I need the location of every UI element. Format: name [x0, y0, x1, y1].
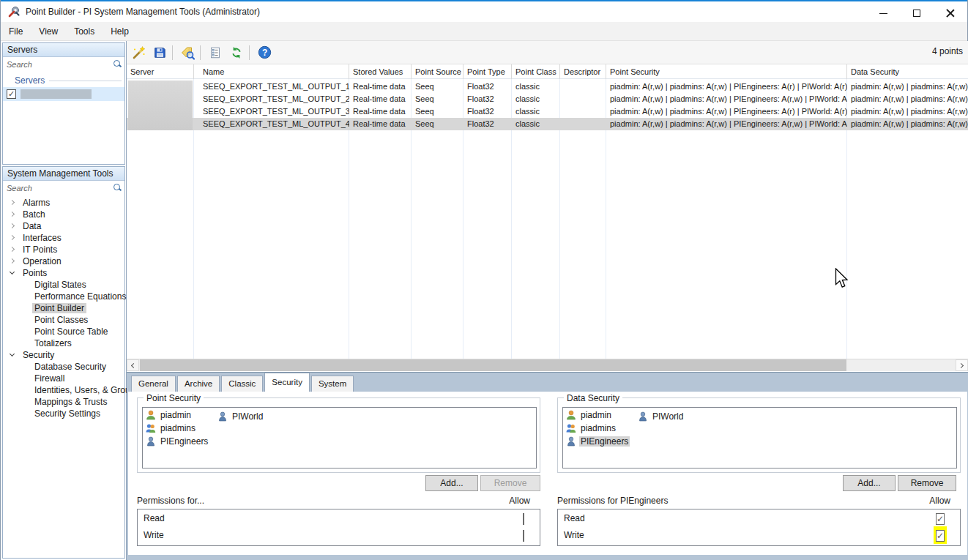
tree-item-digital-states[interactable]: Digital States [3, 279, 124, 291]
tree-item-batch[interactable]: Batch [3, 209, 124, 220]
data-security-add-button[interactable]: Add... [843, 475, 896, 491]
cell-stored-values: Real-time data [349, 81, 412, 93]
title-bar: Point Builder - PI System Management Too… [1, 0, 967, 22]
column-header-stored-values[interactable]: Stored Values [349, 64, 412, 79]
data-security-member-list[interactable]: piadmin piadmins PIEngineers PIWorl [562, 407, 957, 468]
write-allow-checkbox[interactable] [523, 530, 524, 542]
point-security-member-list[interactable]: piadmin piadmins PIEngineers PIWorl [142, 407, 537, 468]
member-piadmin[interactable]: piadmin [566, 408, 956, 421]
user-icon [566, 410, 576, 420]
tree-item-firewall[interactable]: Firewall [3, 373, 124, 384]
find-tag-button[interactable] [178, 44, 197, 61]
chevron-right-icon[interactable] [10, 212, 15, 217]
maximize-button[interactable] [900, 3, 934, 23]
allow-label: Allow [929, 496, 950, 507]
tab-system[interactable]: System [311, 376, 354, 392]
tab-archive[interactable]: Archive [177, 376, 220, 392]
column-header-server[interactable]: Server [127, 64, 194, 79]
data-security-remove-button[interactable]: Remove [898, 475, 956, 491]
menu-file[interactable]: File [1, 23, 31, 40]
server-list-item[interactable] [3, 87, 124, 101]
scrollbar-thumb[interactable] [140, 359, 846, 371]
cell-data-security: piadmin: A(r,w) | piadmins: A(r,w) [847, 93, 968, 105]
close-icon [946, 9, 955, 18]
member-piadmin[interactable]: piadmin [146, 408, 536, 421]
member-piworld[interactable]: PIWorld [638, 410, 685, 422]
tree-item-point-source-table[interactable]: Point Source Table [3, 326, 124, 337]
chevron-right-icon[interactable] [10, 235, 15, 240]
horizontal-scrollbar[interactable] [127, 359, 968, 371]
new-point-wand-button[interactable] [129, 44, 148, 61]
close-button[interactable] [934, 3, 967, 23]
tree-item-totalizers[interactable]: Totalizers [3, 337, 124, 349]
member-piengineers[interactable]: PIEngineers [146, 435, 536, 447]
chevron-right-icon[interactable] [10, 258, 15, 264]
tab-classic[interactable]: Classic [221, 376, 263, 392]
menu-view[interactable]: View [31, 23, 66, 40]
point-security-title: Point Security [144, 393, 204, 403]
tree-item-operation[interactable]: Operation [3, 255, 124, 267]
write-allow-checkbox[interactable] [936, 530, 945, 542]
tree-item-points[interactable]: Points [3, 267, 124, 279]
toolbar: ? 4 points [127, 41, 968, 64]
scroll-left-button[interactable] [127, 359, 139, 371]
data-security-permissions-header: Permissions for PIEngineers Allow [557, 496, 961, 507]
member-piadmins[interactable]: piadmins [566, 422, 956, 434]
column-header-point-security[interactable]: Point Security [606, 64, 847, 79]
column-header-point-type[interactable]: Point Type [463, 64, 512, 79]
cell-name: SEEQ_EXPORT_TEST_ML_OUTPUT_4 [194, 118, 349, 130]
column-header-point-source[interactable]: Point Source [412, 64, 463, 79]
servers-search-input[interactable] [3, 58, 124, 71]
table-row[interactable]: SEEQ_EXPORT_TEST_ML_OUTPUT_1 Real-time d… [127, 81, 968, 93]
table-row-selected[interactable]: SEEQ_EXPORT_TEST_ML_OUTPUT_4 Real-time d… [127, 118, 968, 130]
cell-point-class: classic [512, 105, 560, 118]
smt-search-input[interactable] [3, 182, 124, 195]
chevron-right-icon[interactable] [10, 200, 15, 205]
tree-item-security[interactable]: Security [3, 349, 124, 361]
read-allow-checkbox[interactable] [523, 513, 524, 525]
tab-security[interactable]: Security [264, 373, 310, 392]
column-header-descriptor[interactable]: Descriptor [560, 64, 606, 79]
cell-point-security: piadmin: A(r,w) | piadmins: A(r,w) | PIE… [606, 105, 847, 118]
tree-item-data[interactable]: Data [3, 220, 124, 232]
menu-help[interactable]: Help [103, 23, 137, 40]
column-header-data-security[interactable]: Data Security [847, 64, 968, 79]
chevron-down-icon[interactable] [10, 269, 15, 275]
properties-list-button[interactable] [206, 44, 225, 61]
tree-item-security-settings[interactable]: Security Settings [3, 408, 124, 419]
tree-item-point-classes[interactable]: Point Classes [3, 314, 124, 326]
tree-item-alarms[interactable]: Alarms [3, 197, 124, 209]
tree-item-identities-users-groups[interactable]: Identities, Users, & Groups [3, 384, 124, 396]
chevron-right-icon[interactable] [10, 223, 15, 228]
member-piengineers-selected[interactable]: PIEngineers [566, 435, 956, 447]
grid-header: Server Name Stored Values Point Source P… [127, 64, 968, 79]
point-security-add-button[interactable]: Add... [425, 475, 478, 491]
tree-item-interfaces[interactable]: Interfaces [3, 232, 124, 244]
tree-item-mappings-trusts[interactable]: Mappings & Trusts [3, 396, 124, 408]
chevron-down-icon[interactable] [10, 351, 15, 356]
refresh-button[interactable] [227, 44, 246, 61]
tree-item-database-security[interactable]: Database Security [3, 361, 124, 373]
table-row[interactable]: SEEQ_EXPORT_TEST_ML_OUTPUT_2 Real-time d… [127, 93, 968, 105]
tree-item-it-points[interactable]: IT Points [3, 244, 124, 255]
servers-panel-title: Servers [3, 43, 124, 57]
table-row[interactable]: SEEQ_EXPORT_TEST_ML_OUTPUT_3 Real-time d… [127, 105, 968, 118]
server-checkbox[interactable] [7, 89, 16, 99]
help-button[interactable]: ? [255, 44, 274, 61]
app-window: Point Builder - PI System Management Too… [0, 0, 968, 560]
menu-tools[interactable]: Tools [66, 23, 103, 40]
column-header-point-class[interactable]: Point Class [512, 64, 560, 79]
member-piworld[interactable]: PIWorld [217, 410, 264, 422]
scroll-right-button[interactable] [956, 359, 968, 371]
tab-general[interactable]: General [131, 376, 176, 392]
read-allow-checkbox[interactable] [936, 513, 945, 525]
tree-item-performance-equations[interactable]: Performance Equations [3, 291, 124, 302]
permission-row-write: Write [558, 526, 960, 543]
column-header-name[interactable]: Name [194, 64, 349, 79]
member-piadmins[interactable]: piadmins [146, 422, 536, 434]
tree-item-point-builder[interactable]: Point Builder [3, 302, 124, 314]
cell-point-class: classic [512, 93, 560, 105]
minimize-button[interactable] [866, 3, 900, 23]
save-button[interactable] [150, 44, 169, 61]
chevron-right-icon[interactable] [10, 247, 15, 252]
